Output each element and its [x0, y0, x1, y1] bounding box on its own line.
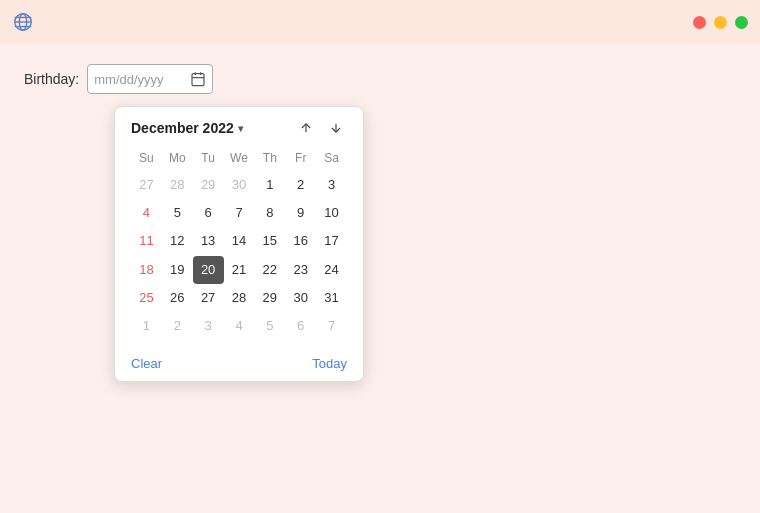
birthday-label: Birthday:: [24, 71, 79, 87]
calendar-day[interactable]: 18: [131, 256, 162, 284]
calendar-day[interactable]: 11: [131, 227, 162, 255]
window-controls: [693, 16, 748, 29]
calendar-grid: SuMoTuWeThFrSa 2728293012345678910111213…: [131, 149, 347, 340]
calendar-day[interactable]: 9: [285, 199, 316, 227]
calendar-day: 5: [254, 312, 285, 340]
calendar-day: 27: [131, 171, 162, 199]
globe-icon: [12, 11, 34, 33]
calendar-day[interactable]: 24: [316, 256, 347, 284]
calendar-day[interactable]: 30: [285, 284, 316, 312]
today-button[interactable]: Today: [312, 356, 347, 371]
calendar-day[interactable]: 3: [316, 171, 347, 199]
month-year-button[interactable]: December 2022 ▾: [131, 120, 243, 136]
calendar-day: 28: [162, 171, 193, 199]
calendar-header: December 2022 ▾: [131, 119, 347, 137]
calendar-day[interactable]: 7: [224, 199, 255, 227]
day-header: We: [224, 149, 255, 167]
nav-arrows: [295, 119, 347, 137]
clear-button[interactable]: Clear: [131, 356, 162, 371]
day-header: Th: [254, 149, 285, 167]
calendar-day[interactable]: 20: [193, 256, 224, 284]
svg-rect-5: [192, 74, 204, 86]
calendar-day[interactable]: 25: [131, 284, 162, 312]
calendar-day[interactable]: 16: [285, 227, 316, 255]
close-button[interactable]: [693, 16, 706, 29]
calendar-day[interactable]: 6: [193, 199, 224, 227]
month-year-label: December 2022: [131, 120, 234, 136]
month-year-arrow: ▾: [238, 123, 243, 134]
calendar-day[interactable]: 1: [254, 171, 285, 199]
calendar-day: 6: [285, 312, 316, 340]
calendar-day[interactable]: 10: [316, 199, 347, 227]
prev-arrow-icon: [299, 121, 313, 135]
date-placeholder: mm/dd/yyyy: [94, 72, 184, 87]
minimize-button[interactable]: [714, 16, 727, 29]
next-arrow-icon: [329, 121, 343, 135]
days-grid: 2728293012345678910111213141516171819202…: [131, 171, 347, 340]
titlebar-left: [12, 11, 34, 33]
calendar-day[interactable]: 8: [254, 199, 285, 227]
calendar-day[interactable]: 4: [131, 199, 162, 227]
calendar-day: 3: [193, 312, 224, 340]
calendar-day[interactable]: 14: [224, 227, 255, 255]
day-header: Mo: [162, 149, 193, 167]
calendar-day[interactable]: 28: [224, 284, 255, 312]
next-month-button[interactable]: [325, 119, 347, 137]
calendar-day: 4: [224, 312, 255, 340]
calendar-day: 2: [162, 312, 193, 340]
calendar-day[interactable]: 23: [285, 256, 316, 284]
date-input[interactable]: mm/dd/yyyy: [87, 64, 213, 94]
calendar-footer: Clear Today: [131, 350, 347, 371]
day-header: Fr: [285, 149, 316, 167]
main-content: Birthday: mm/dd/yyyy December 2022 ▾: [0, 44, 760, 402]
titlebar: [0, 0, 760, 44]
calendar-icon: [190, 71, 206, 87]
calendar-day[interactable]: 17: [316, 227, 347, 255]
calendar-day[interactable]: 12: [162, 227, 193, 255]
calendar-day[interactable]: 19: [162, 256, 193, 284]
birthday-row: Birthday: mm/dd/yyyy: [24, 64, 736, 94]
day-header: Sa: [316, 149, 347, 167]
calendar-day: 29: [193, 171, 224, 199]
calendar-day[interactable]: 27: [193, 284, 224, 312]
calendar-day: 30: [224, 171, 255, 199]
calendar-day[interactable]: 5: [162, 199, 193, 227]
calendar-day[interactable]: 29: [254, 284, 285, 312]
calendar-day[interactable]: 21: [224, 256, 255, 284]
maximize-button[interactable]: [735, 16, 748, 29]
calendar-day[interactable]: 2: [285, 171, 316, 199]
calendar-day[interactable]: 15: [254, 227, 285, 255]
calendar-day[interactable]: 22: [254, 256, 285, 284]
day-header: Tu: [193, 149, 224, 167]
calendar-day[interactable]: 26: [162, 284, 193, 312]
day-headers: SuMoTuWeThFrSa: [131, 149, 347, 167]
calendar-day[interactable]: 31: [316, 284, 347, 312]
calendar-popup: December 2022 ▾: [114, 106, 364, 382]
day-header: Su: [131, 149, 162, 167]
calendar-day: 1: [131, 312, 162, 340]
calendar-day: 7: [316, 312, 347, 340]
prev-month-button[interactable]: [295, 119, 317, 137]
calendar-day[interactable]: 13: [193, 227, 224, 255]
